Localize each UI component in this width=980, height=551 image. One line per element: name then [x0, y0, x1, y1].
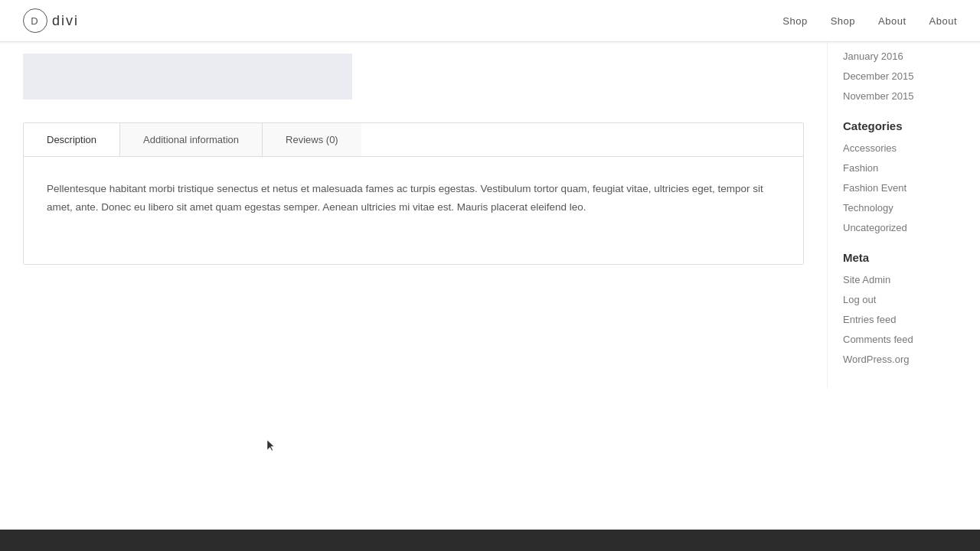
nav-about-1[interactable]: About	[878, 15, 906, 27]
sidebar-cat-fashion[interactable]: Fashion	[843, 161, 965, 175]
categories-title: Categories	[843, 119, 965, 132]
sidebar-archive-nov-2015[interactable]: November 2015	[843, 90, 965, 103]
cursor	[267, 440, 276, 449]
sidebar: January 2016 December 2015 November 2015…	[827, 42, 980, 388]
footer-bar	[0, 530, 980, 551]
site-header: D divi Shop Shop About About	[0, 0, 980, 42]
tabs-header: Description Additional information Revie…	[24, 123, 803, 157]
sidebar-cat-fashion-event[interactable]: Fashion Event	[843, 181, 965, 195]
sidebar-archive-dec-2015[interactable]: December 2015	[843, 70, 965, 83]
sidebar-meta-logout[interactable]: Log out	[843, 293, 965, 307]
sidebar-archive-jan-2016[interactable]: January 2016	[843, 50, 965, 64]
site-logo[interactable]: D divi	[23, 8, 79, 33]
main-nav: Shop Shop About About	[782, 15, 957, 27]
meta-title: Meta	[843, 251, 965, 264]
description-text: Pellentesque habitant morbi tristique se…	[47, 180, 780, 216]
product-image-placeholder	[23, 54, 352, 99]
tab-description[interactable]: Description	[24, 123, 120, 156]
logo-icon: D	[23, 8, 47, 33]
sidebar-meta-wordpress-org[interactable]: WordPress.org	[843, 353, 965, 367]
tab-additional-information[interactable]: Additional information	[120, 123, 263, 156]
nav-shop-1[interactable]: Shop	[782, 15, 807, 27]
tab-reviews[interactable]: Reviews (0)	[263, 123, 361, 156]
sidebar-meta-entries-feed[interactable]: Entries feed	[843, 313, 965, 327]
sidebar-meta-site-admin[interactable]: Site Admin	[843, 273, 965, 287]
sidebar-cat-technology[interactable]: Technology	[843, 201, 965, 215]
sidebar-cat-uncategorized[interactable]: Uncategorized	[843, 221, 965, 235]
main-content: Description Additional information Revie…	[0, 42, 827, 388]
page-wrapper: Description Additional information Revie…	[0, 42, 980, 388]
sidebar-cat-accessories[interactable]: Accessories	[843, 142, 965, 155]
tab-content-description: Pellentesque habitant morbi tristique se…	[24, 157, 803, 264]
product-tabs: Description Additional information Revie…	[23, 122, 804, 265]
nav-shop-2[interactable]: Shop	[831, 15, 855, 27]
nav-about-2[interactable]: About	[929, 15, 957, 27]
logo-text: divi	[52, 13, 79, 29]
sidebar-meta-comments-feed[interactable]: Comments feed	[843, 333, 965, 347]
